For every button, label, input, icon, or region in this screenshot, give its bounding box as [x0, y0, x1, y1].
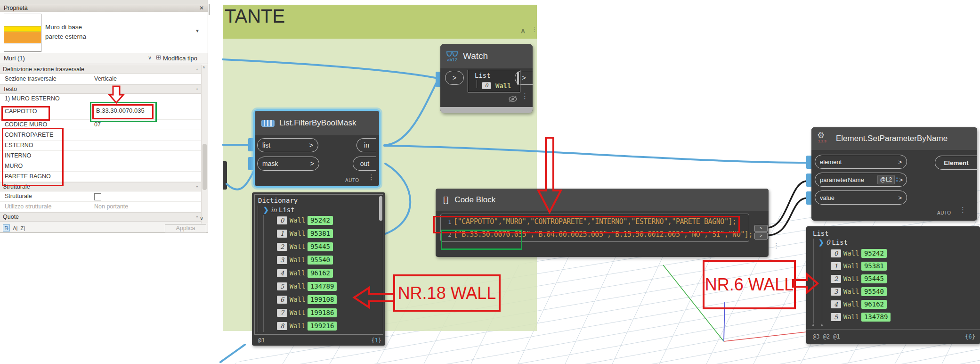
list-item: 7 Wall 199186 [277, 308, 337, 317]
filter-in-output-port[interactable]: in [356, 138, 376, 152]
list-filter-icon [261, 120, 275, 127]
annotation-nr18-wall: NR.18 WALL [393, 274, 501, 312]
list-watch-node[interactable]: List ❯ 0 List 0 Wall 95242 1 Wall 95381 … [806, 226, 980, 344]
group-menu-icon[interactable]: ⋮ [531, 25, 538, 33]
value-input-port[interactable]: value> [815, 190, 907, 205]
filter-node-title: List.FilterByBoolMask [279, 118, 356, 128]
watch-output-port[interactable]: > [515, 71, 533, 85]
property-row: Utilizzo strutturaleNon portante [0, 202, 201, 212]
code-block-header[interactable]: [I] Code Block [436, 189, 769, 211]
level-stepper[interactable]: ∧∨ [896, 177, 898, 182]
lacing-level: @1 [258, 337, 265, 344]
section-header[interactable]: Quote٭ [0, 212, 201, 222]
list-item: 2 Wall 95445 [831, 274, 887, 283]
dictionary-subheader[interactable]: ❯ in List [263, 206, 295, 214]
list-item: 3 Wall 95540 [831, 287, 887, 296]
apply-button[interactable]: Applica [165, 224, 206, 233]
code-output-port-1[interactable]: > [754, 225, 768, 232]
edit-type-button[interactable]: Modifica tipo [163, 55, 197, 62]
type-dropdown-icon[interactable]: ▾ [196, 27, 199, 34]
filter-out-output-port[interactable]: out [353, 157, 376, 171]
sort-za-icon[interactable]: Z| [20, 225, 25, 231]
structural-checkbox[interactable] [94, 193, 101, 200]
pin-icon: ٭ [196, 214, 198, 219]
setparam-menu-icon[interactable]: ⋮ [959, 207, 966, 212]
set-parameter-icon: ⚙ 1.2.3 [817, 131, 831, 146]
dynamo-group-header[interactable]: TANTE ∧ ⋮ [223, 5, 537, 39]
lacing-levels: @3 @2 @1 [813, 333, 840, 340]
screenshot-root: TANTE ∧ ⋮ [0, 0, 980, 364]
dictionary-footer: @1 {1} [252, 334, 385, 346]
list-item: 4 Wall 96162 [831, 300, 887, 309]
list-footer: @3 @2 @1 {6} [806, 329, 980, 344]
section-header[interactable]: Testo٭ [0, 84, 201, 94]
list-item: 0 Wall 95242 [831, 249, 887, 258]
cappotto-value[interactable]: B.33.30.0070.035 [96, 107, 145, 114]
list-subheader[interactable]: ❯ 0 List [818, 239, 848, 246]
sort-icon[interactable]: ⇅ [3, 224, 10, 232]
code-block-icon: [I] [443, 196, 448, 204]
scroll-up-icon[interactable]: ∧ [202, 65, 205, 69]
annotation-box-cappotto [1, 106, 50, 121]
watch-node[interactable]: ab12 Watch > List 0 Wall > ⋮ [440, 44, 533, 113]
properties-panel: Proprietà ✕ Muro di base parete esterna … [0, 0, 208, 233]
setparam-header[interactable]: ⚙ 1.2.3 Element.SetParameterByName [811, 127, 977, 150]
watch-list-label: List [475, 72, 491, 79]
list-item: 6 Wall 199108 [277, 295, 337, 304]
section-header[interactable]: Definizione sezione trasversale٭ [0, 65, 201, 74]
annotation-nr6-wall: NR.6 WALL [703, 260, 796, 309]
annotation-arrow-down-panel [108, 85, 125, 104]
setparam-lacing-label[interactable]: AUTO [937, 210, 951, 215]
watch-node-header[interactable]: ab12 Watch [440, 44, 533, 68]
panel-scrollbar-thumb[interactable] [202, 144, 207, 190]
type-name: Muro di base parete esterna [45, 23, 86, 41]
wall-type-preview [4, 14, 41, 52]
properties-titlebar[interactable]: Proprietà ✕ [0, 4, 208, 12]
list-item: 3 Wall 95540 [277, 256, 333, 265]
setparameterbyname-node[interactable]: ⚙ 1.2.3 Element.SetParameterByName eleme… [811, 127, 977, 221]
filter-list-input-port[interactable]: list> [257, 138, 318, 152]
group-collapse-icon[interactable]: ∧ [520, 26, 526, 35]
list-item: 2 Wall 95445 [277, 242, 333, 251]
close-icon[interactable]: ✕ [199, 5, 204, 11]
sort-az-icon[interactable]: A| [13, 225, 17, 231]
parametername-input-port[interactable]: parameterName @L2 ∧∨ > [815, 173, 907, 187]
filter-node-header[interactable]: List.FilterByBoolMask [255, 111, 379, 135]
list-item: 0 Wall 95242 [277, 216, 333, 225]
annotation-arrow-down [537, 137, 562, 214]
property-row-checkbox[interactable]: Strutturale [0, 191, 201, 202]
expand-icon[interactable]: ❯ [818, 239, 824, 246]
watch-item-text: Wall [495, 82, 511, 90]
code-block-title: Code Block [454, 195, 495, 205]
code-output-port-2[interactable]: > [754, 232, 768, 240]
panel-title: Proprietà [4, 5, 28, 11]
list-item: 1 Wall 95381 [277, 229, 333, 238]
dictionary-scrollbar[interactable] [379, 196, 382, 221]
list-item: 5 Wall 134789 [831, 313, 891, 322]
code-block-menu-icon[interactable]: ⋮ [773, 243, 780, 248]
list-header: List [813, 230, 829, 237]
element-filter[interactable]: Muri (1) [4, 55, 25, 62]
filter-dropdown-icon[interactable]: ∨ [148, 55, 152, 61]
element-output-port[interactable]: Element [935, 156, 977, 170]
filter-mask-input-port[interactable]: mask> [257, 157, 319, 171]
preview-eye-off-icon[interactable] [508, 95, 518, 103]
watch-input-port[interactable]: > [445, 71, 464, 85]
dictionary-watch-node[interactable]: Dictionary ❯ in List 0 Wall 95242 1 Wall… [252, 192, 385, 346]
list-item: 5 Wall 134789 [277, 282, 337, 291]
level-badge[interactable]: @L2 [877, 175, 895, 184]
list-count: {1} [371, 337, 381, 344]
filterbyboolmask-node[interactable]: List.FilterByBoolMask list> mask> in out… [253, 109, 381, 188]
annotation-arrow-right [792, 273, 819, 294]
setparam-title: Element.SetParameterByName [836, 134, 948, 143]
list-count: {6} [965, 333, 975, 340]
annotation-box-code-string [441, 230, 522, 250]
watch-menu-icon[interactable]: ⋮ [521, 94, 528, 98]
element-input-port[interactable]: element> [815, 155, 907, 169]
quote-expand-icon[interactable]: ∨ [200, 215, 203, 222]
filter-lacing-label[interactable]: AUTO [345, 178, 359, 183]
expand-icon[interactable]: ❯ [263, 206, 269, 214]
filter-menu-icon[interactable]: ⋮ [368, 175, 375, 179]
property-row[interactable]: Sezione trasversaleVerticale [0, 74, 201, 84]
watch-resize-bar[interactable] [440, 107, 533, 113]
